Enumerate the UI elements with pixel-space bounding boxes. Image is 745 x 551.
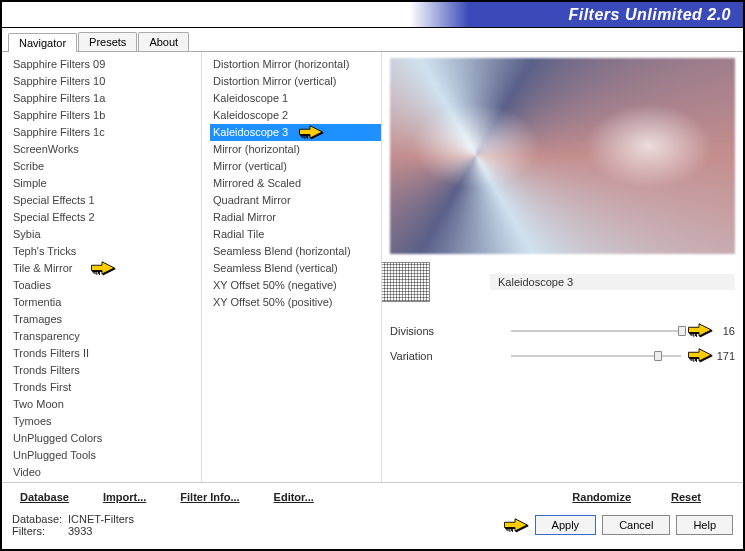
pointer-hand-icon (685, 343, 707, 365)
link-reset[interactable]: Reset (663, 489, 709, 505)
link-database[interactable]: Database (12, 489, 77, 505)
list-item[interactable]: Tymoes (10, 413, 201, 430)
list-item[interactable]: Tronds Filters (10, 362, 201, 379)
preview-panel: Claudia Kaleidoscope 3 Divisions16Variat… (382, 52, 743, 482)
link-editor[interactable]: Editor... (266, 489, 322, 505)
slider-thumb[interactable] (654, 351, 662, 361)
list-item[interactable]: Tormentia (10, 294, 201, 311)
list-item[interactable]: ScreenWorks (10, 141, 201, 158)
list-item[interactable]: XY Offset 50% (negative) (210, 277, 381, 294)
list-item[interactable]: Sapphire Filters 1c (10, 124, 201, 141)
list-item[interactable]: Seamless Blend (vertical) (210, 260, 381, 277)
param-slider[interactable] (511, 330, 681, 332)
list-item[interactable]: Sapphire Filters 10 (10, 73, 201, 90)
link-randomize[interactable]: Randomize (564, 489, 639, 505)
param-label: Variation (390, 350, 511, 362)
param-value: 171 (711, 350, 735, 362)
list-item[interactable]: Kaleidoscope 1 (210, 90, 381, 107)
list-item[interactable]: Special Effects 1 (10, 192, 201, 209)
link-filter-info[interactable]: Filter Info... (172, 489, 247, 505)
preview-image (390, 58, 735, 254)
link-button-row: DatabaseImport...Filter Info...Editor...… (2, 482, 743, 511)
app-title: Filters Unlimited 2.0 (568, 6, 731, 24)
filter-name-row: Claudia Kaleidoscope 3 (390, 262, 735, 302)
help-button[interactable]: Help (676, 515, 733, 535)
list-item[interactable]: Mirrored & Scaled (210, 175, 381, 192)
dialog-buttons: Apply Cancel Help (529, 515, 733, 535)
status-filters-value: 3933 (68, 525, 92, 537)
list-item[interactable]: Seamless Blend (horizontal) (210, 243, 381, 260)
list-item[interactable]: Tramages (10, 311, 201, 328)
title-bar: Filters Unlimited 2.0 (2, 2, 743, 28)
tab-presets[interactable]: Presets (78, 32, 137, 51)
parameters: Divisions16Variation171 (390, 320, 735, 370)
list-item[interactable]: Radial Tile (210, 226, 381, 243)
status-db-value: ICNET-Filters (68, 513, 134, 525)
apply-button[interactable]: Apply (535, 515, 597, 535)
list-item[interactable]: Mirror (horizontal) (210, 141, 381, 158)
list-item[interactable]: Kaleidoscope 2 (210, 107, 381, 124)
list-item[interactable]: Sybia (10, 226, 201, 243)
watermark-badge: Claudia (382, 262, 430, 302)
list-item[interactable]: Sapphire Filters 09 (10, 56, 201, 73)
list-item[interactable]: UnPlugged Tools (10, 447, 201, 464)
filter-list[interactable]: Distortion Mirror (horizontal)Distortion… (202, 52, 382, 482)
list-item[interactable]: Video (10, 464, 201, 481)
list-item[interactable]: Distortion Mirror (vertical) (210, 73, 381, 90)
slider-thumb[interactable] (678, 326, 686, 336)
list-item[interactable]: Tronds Filters II (10, 345, 201, 362)
list-item[interactable]: Radial Mirror (210, 209, 381, 226)
list-item[interactable]: Simple (10, 175, 201, 192)
param-row: Divisions16 (390, 320, 735, 342)
pointer-hand-icon (501, 513, 529, 535)
list-item[interactable]: Toadies (10, 277, 201, 294)
category-list[interactable]: Sapphire Filters 09Sapphire Filters 10Sa… (2, 52, 202, 482)
tab-about[interactable]: About (138, 32, 189, 51)
param-slider[interactable] (511, 355, 681, 357)
tab-strip: NavigatorPresetsAbout (2, 28, 743, 52)
list-item[interactable]: Two Moon (10, 396, 201, 413)
link-import[interactable]: Import... (95, 489, 154, 505)
list-item[interactable]: Sapphire Filters 1a (10, 90, 201, 107)
list-item[interactable]: Special Effects 2 (10, 209, 201, 226)
list-item[interactable]: Kaleidoscope 3 (210, 124, 381, 141)
current-filter-name: Kaleidoscope 3 (490, 274, 735, 290)
list-item[interactable]: Transparency (10, 328, 201, 345)
list-item[interactable]: Scribe (10, 158, 201, 175)
pointer-hand-icon (88, 256, 116, 278)
status-filters-label: Filters: (12, 525, 68, 537)
main-area: Sapphire Filters 09Sapphire Filters 10Sa… (2, 52, 743, 482)
list-item[interactable]: Quadrant Mirror (210, 192, 381, 209)
list-item[interactable]: XY Offset 50% (positive) (210, 294, 381, 311)
cancel-button[interactable]: Cancel (602, 515, 670, 535)
status-db-label: Database: (12, 513, 68, 525)
pointer-hand-icon (685, 318, 707, 340)
list-item[interactable]: UnPlugged Colors (10, 430, 201, 447)
list-item[interactable]: Tronds First (10, 379, 201, 396)
list-item[interactable]: Teph's Tricks (10, 243, 201, 260)
list-item[interactable]: Sapphire Filters 1b (10, 107, 201, 124)
param-value: 16 (711, 325, 735, 337)
tab-navigator[interactable]: Navigator (8, 33, 77, 52)
status-bar: Database:ICNET-Filters Filters:3933 Appl… (2, 511, 743, 541)
param-label: Divisions (390, 325, 511, 337)
list-item[interactable]: Tile & Mirror (10, 260, 201, 277)
pointer-hand-icon (296, 120, 324, 142)
list-item[interactable]: Distortion Mirror (horizontal) (210, 56, 381, 73)
list-item[interactable]: Mirror (vertical) (210, 158, 381, 175)
param-row: Variation171 (390, 345, 735, 367)
